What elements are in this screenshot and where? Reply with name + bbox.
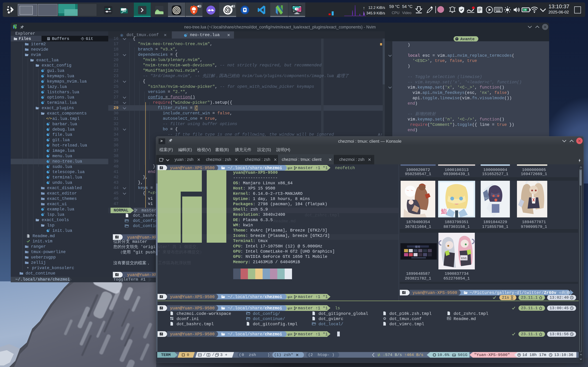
svg-text:鮨: 鮨 [441,208,447,215]
svg-text:RML: RML [461,257,467,260]
svg-text:NG: NG [484,197,489,200]
svg-text:魔喵: 魔喵 [415,245,420,248]
